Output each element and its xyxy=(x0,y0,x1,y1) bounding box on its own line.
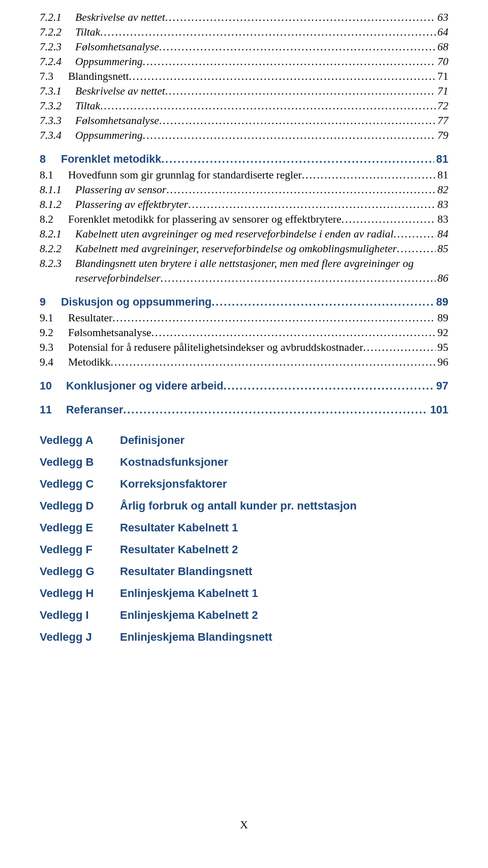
toc-title: Oppsummering xyxy=(75,128,143,143)
toc-title: Oppsummering xyxy=(75,54,143,69)
toc-leader xyxy=(100,25,436,40)
toc-page: 81 xyxy=(434,152,448,167)
appendix-entry: Vedlegg DÅrlig forbruk og antall kunder … xyxy=(40,499,448,513)
toc-leader xyxy=(211,295,434,310)
toc-number: 8 xyxy=(40,152,61,167)
toc-entry: 7.3.1Beskrivelse av nettet71 xyxy=(40,84,448,99)
toc-entry: 7.3.4Oppsummering79 xyxy=(40,128,448,143)
toc-number: 7.2.2 xyxy=(40,25,75,40)
toc-heading: 9Diskusjon og oppsummering 89 xyxy=(40,295,448,310)
toc-entry: 7.2.3Følsomhetsanalyse68 xyxy=(40,40,448,54)
toc-entry: 8.1.2Plassering av effektbryter83 xyxy=(40,197,448,212)
toc-page: 72 xyxy=(436,99,449,113)
toc-title: Diskusjon og oppsummering xyxy=(61,295,211,310)
appendix-value: Enlinjeskjema Blandingsnett xyxy=(120,631,448,644)
toc-leader xyxy=(129,69,435,84)
toc-heading: 8Forenklet metodikk 81 xyxy=(40,152,448,167)
toc-leader xyxy=(188,197,435,212)
toc-heading: 11Referanser 101 xyxy=(40,403,448,417)
toc-title: Blandingsnett uten brytere i alle nettst… xyxy=(75,256,414,271)
toc-entry: 8.2Forenklet metodikk for plassering av … xyxy=(40,212,448,227)
toc-title: Følsomhetsanalyse xyxy=(75,40,159,54)
toc-leader xyxy=(342,212,436,227)
appendix-key: Vedlegg F xyxy=(40,543,120,556)
toc-entry: 7.2.1Beskrivelse av nettet63 xyxy=(40,10,448,25)
toc-title: Følsomhetsanalyse xyxy=(75,113,159,128)
toc-leader xyxy=(302,168,436,183)
toc-entry-continuation: reserveforbindelser86 xyxy=(40,271,448,286)
toc-title: Plassering av effektbryter xyxy=(75,197,188,212)
toc-title: Forenklet metodikk for plassering av sen… xyxy=(68,212,342,227)
appendix-key: Vedlegg C xyxy=(40,477,120,491)
toc-leader xyxy=(123,403,428,417)
toc-title: Kabelnett med avgreininger, reserveforbi… xyxy=(75,242,397,256)
toc-leader xyxy=(223,379,434,394)
toc-number: 11 xyxy=(40,403,66,417)
toc-entry: 7.3.2Tiltak72 xyxy=(40,99,448,113)
table-of-contents: 7.2.1Beskrivelse av nettet637.2.2Tiltak6… xyxy=(40,10,448,417)
toc-leader xyxy=(143,128,436,143)
toc-leader xyxy=(112,311,435,325)
toc-title: Tiltak xyxy=(75,25,100,40)
appendix-value: Definisjoner xyxy=(120,434,448,447)
appendix-key: Vedlegg J xyxy=(40,631,120,644)
appendix-key: Vedlegg G xyxy=(40,565,120,578)
toc-number: 7.3 xyxy=(40,69,68,84)
toc-leader xyxy=(165,10,436,25)
toc-leader xyxy=(165,84,436,99)
toc-page: 63 xyxy=(436,10,449,25)
toc-title: Følsomhetsanalyse xyxy=(68,325,151,340)
toc-title: Metodikk xyxy=(68,355,111,370)
toc-page: 77 xyxy=(436,113,449,128)
appendix-entry: Vedlegg EResultater Kabelnett 1 xyxy=(40,521,448,534)
toc-number: 7.3.4 xyxy=(40,128,75,143)
toc-page: 83 xyxy=(436,212,449,227)
appendix-key: Vedlegg D xyxy=(40,499,120,513)
toc-leader xyxy=(397,242,436,256)
toc-title: Hovedfunn som gir grunnlag for standardi… xyxy=(68,168,302,183)
toc-leader xyxy=(161,152,434,167)
appendix-entry: Vedlegg IEnlinjeskjema Kabelnett 2 xyxy=(40,609,448,622)
toc-leader xyxy=(166,183,435,197)
toc-entry: 7.2.2Tiltak64 xyxy=(40,25,448,40)
appendix-entry: Vedlegg ADefinisjoner xyxy=(40,434,448,447)
toc-page: 97 xyxy=(434,379,448,394)
toc-page: 64 xyxy=(436,25,449,40)
toc-number: 9.3 xyxy=(40,340,68,355)
toc-leader xyxy=(159,113,436,128)
page-number: X xyxy=(0,818,488,831)
toc-number: 8.1.2 xyxy=(40,197,75,212)
toc-title: Referanser xyxy=(66,403,123,417)
toc-page: 86 xyxy=(436,271,449,286)
toc-number: 8.2.3 xyxy=(40,256,75,271)
toc-title: Plassering av sensor xyxy=(75,183,166,197)
toc-entry: 9.4Metodikk96 xyxy=(40,355,448,370)
toc-number: 7.3.1 xyxy=(40,84,75,99)
toc-page: 68 xyxy=(436,40,449,54)
toc-title: Forenklet metodikk xyxy=(61,152,161,167)
appendix-value: Resultater Kabelnett 1 xyxy=(120,521,448,534)
toc-title: Blandingsnett xyxy=(68,69,129,84)
toc-page: 79 xyxy=(436,128,449,143)
toc-number: 7.2.4 xyxy=(40,54,75,69)
appendix-key: Vedlegg H xyxy=(40,587,120,600)
appendix-entry: Vedlegg FResultater Kabelnett 2 xyxy=(40,543,448,556)
toc-leader xyxy=(143,54,436,69)
appendix-value: Kostnadsfunksjoner xyxy=(120,456,448,469)
appendix-key: Vedlegg A xyxy=(40,434,120,447)
toc-number: 7.2.1 xyxy=(40,10,75,25)
toc-entry: 9.3Potensial for å redusere pålitelighet… xyxy=(40,340,448,355)
toc-entry: 8.1Hovedfunn som gir grunnlag for standa… xyxy=(40,168,448,183)
toc-entry: 8.1.1Plassering av sensor82 xyxy=(40,183,448,197)
appendix-entry: Vedlegg JEnlinjeskjema Blandingsnett xyxy=(40,631,448,644)
toc-number: 9 xyxy=(40,295,61,310)
toc-page: 71 xyxy=(436,84,449,99)
toc-number: 7.3.2 xyxy=(40,99,75,113)
toc-title: Resultater xyxy=(68,311,112,325)
toc-leader xyxy=(100,99,436,113)
toc-page: 89 xyxy=(434,295,448,310)
toc-leader xyxy=(161,271,436,286)
appendix-value: Årlig forbruk og antall kunder pr. netts… xyxy=(120,499,448,513)
toc-page: 82 xyxy=(436,183,449,197)
appendix-key: Vedlegg E xyxy=(40,521,120,534)
